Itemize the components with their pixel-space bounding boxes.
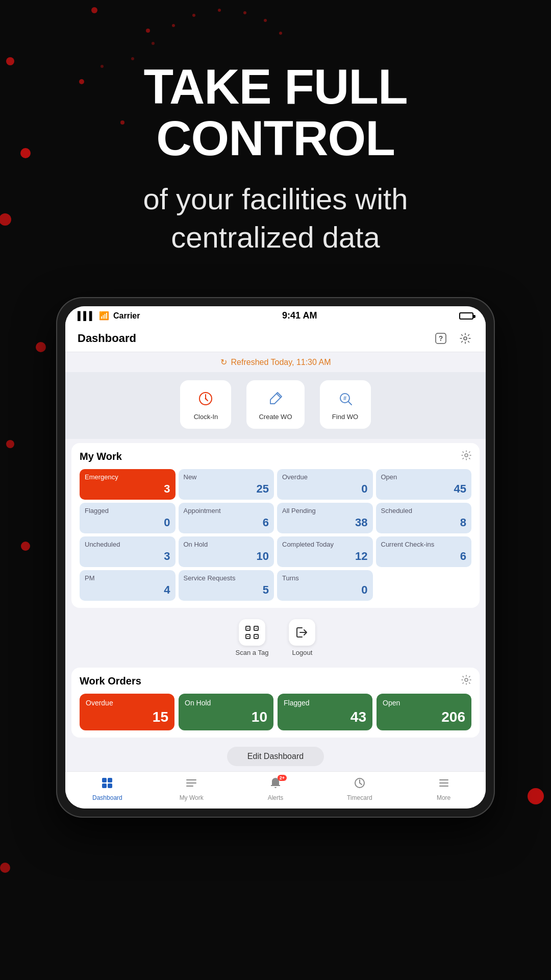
create-wo-icon [265, 388, 286, 409]
svg-point-24 [464, 337, 467, 340]
scan-tag-button[interactable]: Scan a Tag [236, 619, 269, 656]
my-work-tab-icon [185, 777, 197, 792]
work-card-unscheduled[interactable]: Uncheduled 3 [80, 536, 176, 567]
svg-point-9 [21, 542, 30, 551]
work-card-empty [376, 570, 472, 601]
svg-rect-51 [439, 786, 448, 787]
status-time: 9:41 AM [282, 310, 317, 321]
clock-in-button[interactable]: Clock-In [180, 380, 231, 429]
create-wo-label: Create WO [259, 413, 292, 421]
svg-rect-39 [256, 636, 257, 637]
work-card-all-pending[interactable]: All Pending 38 [277, 503, 373, 533]
tablet-frame: ▌▌▌ 📶 Carrier 9:41 AM Dashboard ? [56, 297, 495, 818]
svg-rect-36 [247, 628, 248, 629]
tab-dashboard-label: Dashboard [92, 794, 122, 801]
work-card-open[interactable]: Open 45 [376, 469, 472, 500]
find-wo-icon: # [335, 388, 356, 409]
alerts-badge: 2+ [278, 775, 287, 781]
edit-dashboard-button[interactable]: Edit Dashboard [227, 747, 324, 766]
tablet-screen: ▌▌▌ 📶 Carrier 9:41 AM Dashboard ? [65, 306, 486, 808]
logout-label: Logout [292, 649, 313, 656]
nav-bar: Dashboard ? [65, 325, 486, 352]
work-card-new[interactable]: New 25 [179, 469, 274, 500]
my-work-title: My Work [80, 451, 122, 462]
tab-timecard[interactable]: Timecard [339, 777, 380, 801]
work-card-pm[interactable]: PM 4 [80, 570, 176, 601]
svg-point-7 [36, 342, 46, 352]
alerts-tab-icon: 2+ [269, 777, 282, 792]
wo-card-overdue[interactable]: Overdue 15 [80, 694, 174, 730]
svg-text:?: ? [439, 334, 443, 342]
my-work-section: My Work Emergency 3 New [71, 443, 480, 608]
more-tab-icon [438, 777, 450, 792]
help-icon[interactable]: ? [433, 330, 449, 347]
tab-alerts[interactable]: 2+ Alerts [255, 777, 296, 801]
work-card-appointment[interactable]: Appointment 6 [179, 503, 274, 533]
logout-button[interactable]: Logout [289, 619, 315, 656]
scan-tag-label: Scan a Tag [236, 649, 269, 656]
work-card-completed-today[interactable]: Completed Today 12 [277, 536, 373, 567]
tab-timecard-label: Timecard [347, 794, 372, 801]
find-wo-label: Find WO [332, 413, 358, 421]
status-bar: ▌▌▌ 📶 Carrier 9:41 AM [65, 306, 486, 325]
refresh-text: Refreshed Today, 11:30 AM [231, 358, 331, 367]
tab-more[interactable]: More [423, 777, 464, 801]
svg-point-12 [0, 863, 10, 873]
svg-rect-42 [108, 778, 112, 782]
work-card-service-requests[interactable]: Service Requests 5 [179, 570, 274, 601]
scan-tag-icon [239, 619, 265, 646]
my-work-header: My Work [80, 450, 471, 463]
svg-point-31 [465, 454, 468, 457]
edit-dashboard-section: Edit Dashboard [65, 742, 486, 771]
status-carrier: ▌▌▌ 📶 Carrier [78, 311, 140, 321]
tab-alerts-label: Alerts [268, 794, 284, 801]
my-work-settings-icon[interactable] [461, 450, 471, 463]
work-card-emergency[interactable]: Emergency 3 [80, 469, 176, 500]
settings-icon[interactable] [457, 330, 473, 347]
nav-icons: ? [433, 330, 473, 347]
dashboard-tab-icon [101, 777, 113, 792]
work-card-current-checkins[interactable]: Current Check-ins 6 [376, 536, 472, 567]
my-work-grid: Emergency 3 New 25 Overdue 0 Open 45 [80, 469, 471, 601]
tab-my-work[interactable]: My Work [171, 777, 212, 801]
quick-actions: Clock-In Create WO [65, 372, 486, 439]
svg-point-26 [205, 398, 207, 400]
work-orders-settings-icon[interactable] [461, 675, 471, 688]
wo-card-flagged[interactable]: Flagged 43 [278, 694, 372, 730]
tab-my-work-label: My Work [180, 794, 204, 801]
refresh-bar: ↻ Refreshed Today, 11:30 AM [65, 352, 486, 372]
hero-section: TAKE FULL CONTROL of your facilities wit… [0, 0, 551, 287]
work-card-flagged[interactable]: Flagged 0 [80, 503, 176, 533]
svg-point-40 [465, 678, 468, 681]
clock-in-icon [195, 388, 216, 409]
wo-card-on-hold[interactable]: On Hold 10 [179, 694, 273, 730]
work-orders-title: Work Orders [80, 675, 141, 687]
status-battery [459, 312, 473, 320]
svg-rect-41 [102, 778, 107, 782]
tablet-device: ▌▌▌ 📶 Carrier 9:41 AM Dashboard ? [56, 297, 495, 818]
svg-point-11 [528, 788, 544, 804]
battery-icon [459, 312, 473, 320]
tab-bar: Dashboard My Work [65, 771, 486, 808]
timecard-tab-icon [354, 777, 366, 792]
create-wo-button[interactable]: Create WO [246, 380, 304, 429]
svg-rect-37 [256, 628, 257, 629]
signal-icon: ▌▌▌ [78, 311, 95, 321]
tab-dashboard[interactable]: Dashboard [87, 777, 128, 801]
svg-point-8 [6, 440, 14, 448]
wo-card-open[interactable]: Open 206 [377, 694, 471, 730]
clock-in-label: Clock-In [194, 413, 218, 421]
svg-rect-43 [102, 783, 107, 788]
work-card-scheduled[interactable]: Scheduled 8 [376, 503, 472, 533]
logout-icon [289, 619, 315, 646]
work-card-turns[interactable]: Turns 0 [277, 570, 373, 601]
refresh-icon: ↻ [220, 357, 227, 367]
work-card-on-hold[interactable]: On Hold 10 [179, 536, 274, 567]
find-wo-button[interactable]: # Find WO [320, 380, 371, 429]
hero-subtitle: of your facilities with centralized data [31, 180, 520, 257]
page-title: Dashboard [78, 332, 136, 345]
work-card-overdue[interactable]: Overdue 0 [277, 469, 373, 500]
svg-rect-50 [439, 782, 448, 783]
svg-rect-49 [439, 779, 448, 780]
wifi-icon: 📶 [99, 311, 109, 321]
